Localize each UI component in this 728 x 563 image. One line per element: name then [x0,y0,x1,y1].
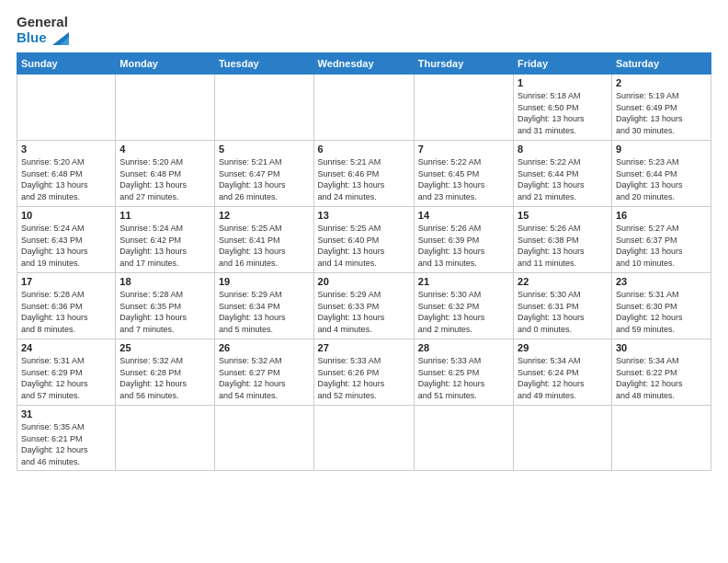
calendar-cell [514,406,612,471]
day-info: Sunrise: 5:34 AM Sunset: 6:22 PM Dayligh… [616,355,707,401]
day-info: Sunrise: 5:27 AM Sunset: 6:37 PM Dayligh… [616,223,707,269]
calendar-cell: 17Sunrise: 5:28 AM Sunset: 6:36 PM Dayli… [17,273,116,339]
calendar-cell: 21Sunrise: 5:30 AM Sunset: 6:32 PM Dayli… [414,273,513,339]
day-info: Sunrise: 5:22 AM Sunset: 6:45 PM Dayligh… [418,156,509,202]
calendar-cell: 24Sunrise: 5:31 AM Sunset: 6:29 PM Dayli… [17,339,116,406]
col-header-sunday: Sunday [17,53,116,75]
calendar-week-row: 31Sunrise: 5:35 AM Sunset: 6:21 PM Dayli… [17,406,711,471]
day-number: 8 [518,144,608,155]
day-info: Sunrise: 5:18 AM Sunset: 6:50 PM Dayligh… [518,90,608,136]
calendar-cell [17,75,116,141]
day-number: 24 [21,342,111,353]
calendar-cell [214,75,313,141]
day-info: Sunrise: 5:30 AM Sunset: 6:32 PM Dayligh… [418,289,509,335]
col-header-monday: Monday [116,53,215,75]
day-info: Sunrise: 5:33 AM Sunset: 6:25 PM Dayligh… [418,355,509,401]
day-number: 15 [518,210,608,221]
day-number: 21 [418,276,509,287]
calendar-cell [414,75,513,141]
day-info: Sunrise: 5:22 AM Sunset: 6:44 PM Dayligh… [518,156,608,202]
calendar-cell: 29Sunrise: 5:34 AM Sunset: 6:24 PM Dayli… [514,339,612,406]
calendar-week-row: 17Sunrise: 5:28 AM Sunset: 6:36 PM Dayli… [17,273,711,339]
day-info: Sunrise: 5:24 AM Sunset: 6:42 PM Dayligh… [119,223,210,269]
calendar-cell [611,406,711,471]
day-info: Sunrise: 5:19 AM Sunset: 6:49 PM Dayligh… [616,90,707,136]
day-info: Sunrise: 5:20 AM Sunset: 6:48 PM Dayligh… [21,156,111,202]
calendar-cell: 3Sunrise: 5:20 AM Sunset: 6:48 PM Daylig… [17,141,116,207]
day-number: 18 [119,276,210,287]
day-info: Sunrise: 5:35 AM Sunset: 6:21 PM Dayligh… [21,421,111,467]
day-number: 29 [518,342,608,353]
day-info: Sunrise: 5:32 AM Sunset: 6:28 PM Dayligh… [119,355,210,401]
calendar-cell: 27Sunrise: 5:33 AM Sunset: 6:26 PM Dayli… [313,339,414,406]
day-info: Sunrise: 5:25 AM Sunset: 6:41 PM Dayligh… [219,223,310,269]
day-number: 2 [616,77,707,88]
day-number: 4 [119,144,210,155]
calendar-cell: 12Sunrise: 5:25 AM Sunset: 6:41 PM Dayli… [214,207,313,273]
calendar-cell [214,406,313,471]
day-info: Sunrise: 5:23 AM Sunset: 6:44 PM Dayligh… [616,156,707,202]
calendar-cell: 7Sunrise: 5:22 AM Sunset: 6:45 PM Daylig… [414,141,513,207]
day-number: 16 [616,210,707,221]
logo-triangle-icon [52,32,69,45]
calendar-cell: 23Sunrise: 5:31 AM Sunset: 6:30 PM Dayli… [611,273,711,339]
calendar-week-row: 24Sunrise: 5:31 AM Sunset: 6:29 PM Dayli… [17,339,711,406]
calendar-cell: 26Sunrise: 5:32 AM Sunset: 6:27 PM Dayli… [214,339,313,406]
day-number: 26 [219,342,310,353]
logo-text: General Blue [17,15,69,45]
calendar-cell: 16Sunrise: 5:27 AM Sunset: 6:37 PM Dayli… [611,207,711,273]
day-number: 31 [21,408,111,419]
col-header-wednesday: Wednesday [313,53,414,75]
day-info: Sunrise: 5:21 AM Sunset: 6:46 PM Dayligh… [318,156,410,202]
col-header-thursday: Thursday [414,53,513,75]
calendar-cell [313,406,414,471]
day-info: Sunrise: 5:31 AM Sunset: 6:29 PM Dayligh… [21,355,111,401]
day-info: Sunrise: 5:24 AM Sunset: 6:43 PM Dayligh… [21,223,111,269]
calendar-cell: 28Sunrise: 5:33 AM Sunset: 6:25 PM Dayli… [414,339,513,406]
calendar-cell: 13Sunrise: 5:25 AM Sunset: 6:40 PM Dayli… [313,207,414,273]
calendar-cell: 30Sunrise: 5:34 AM Sunset: 6:22 PM Dayli… [611,339,711,406]
calendar-cell: 18Sunrise: 5:28 AM Sunset: 6:35 PM Dayli… [116,273,215,339]
calendar-cell [414,406,513,471]
day-number: 19 [219,276,310,287]
day-number: 10 [21,210,111,221]
calendar-cell: 5Sunrise: 5:21 AM Sunset: 6:47 PM Daylig… [214,141,313,207]
calendar-cell: 8Sunrise: 5:22 AM Sunset: 6:44 PM Daylig… [514,141,612,207]
calendar-cell: 15Sunrise: 5:26 AM Sunset: 6:38 PM Dayli… [514,207,612,273]
day-info: Sunrise: 5:28 AM Sunset: 6:36 PM Dayligh… [21,289,111,335]
day-number: 6 [318,144,410,155]
day-info: Sunrise: 5:29 AM Sunset: 6:34 PM Dayligh… [219,289,310,335]
day-number: 12 [219,210,310,221]
calendar-cell: 4Sunrise: 5:20 AM Sunset: 6:48 PM Daylig… [116,141,215,207]
calendar-header-row: SundayMondayTuesdayWednesdayThursdayFrid… [17,53,711,75]
day-number: 30 [616,342,707,353]
calendar-cell: 20Sunrise: 5:29 AM Sunset: 6:33 PM Dayli… [313,273,414,339]
calendar-cell [116,75,215,141]
calendar-cell: 10Sunrise: 5:24 AM Sunset: 6:43 PM Dayli… [17,207,116,273]
day-info: Sunrise: 5:28 AM Sunset: 6:35 PM Dayligh… [119,289,210,335]
col-header-tuesday: Tuesday [214,53,313,75]
day-info: Sunrise: 5:21 AM Sunset: 6:47 PM Dayligh… [219,156,310,202]
day-number: 13 [318,210,410,221]
col-header-saturday: Saturday [611,53,711,75]
day-number: 11 [119,210,210,221]
calendar-week-row: 10Sunrise: 5:24 AM Sunset: 6:43 PM Dayli… [17,207,711,273]
day-number: 1 [518,77,608,88]
col-header-friday: Friday [514,53,612,75]
calendar-cell: 19Sunrise: 5:29 AM Sunset: 6:34 PM Dayli… [214,273,313,339]
day-number: 25 [119,342,210,353]
calendar-cell: 6Sunrise: 5:21 AM Sunset: 6:46 PM Daylig… [313,141,414,207]
day-info: Sunrise: 5:31 AM Sunset: 6:30 PM Dayligh… [616,289,707,335]
day-number: 22 [518,276,608,287]
calendar-cell: 25Sunrise: 5:32 AM Sunset: 6:28 PM Dayli… [116,339,215,406]
day-info: Sunrise: 5:26 AM Sunset: 6:38 PM Dayligh… [518,223,608,269]
day-number: 5 [219,144,310,155]
day-info: Sunrise: 5:29 AM Sunset: 6:33 PM Dayligh… [318,289,410,335]
calendar-cell: 9Sunrise: 5:23 AM Sunset: 6:44 PM Daylig… [611,141,711,207]
calendar-week-row: 1Sunrise: 5:18 AM Sunset: 6:50 PM Daylig… [17,75,711,141]
day-number: 17 [21,276,111,287]
day-info: Sunrise: 5:33 AM Sunset: 6:26 PM Dayligh… [318,355,410,401]
day-number: 27 [318,342,410,353]
day-info: Sunrise: 5:30 AM Sunset: 6:31 PM Dayligh… [518,289,608,335]
calendar-table: SundayMondayTuesdayWednesdayThursdayFrid… [17,52,711,471]
